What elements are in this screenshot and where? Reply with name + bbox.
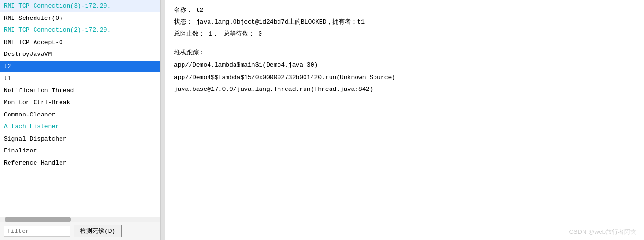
h-scroll-thumb [5,217,71,222]
stack-trace-container: app//Demo4.lambda$main$1(Demo4.java:30)a… [174,61,635,94]
horizontal-scrollbar[interactable] [0,217,160,222]
block-label: 总阻止数： [174,30,205,37]
thread-list-item[interactable]: RMI Scheduler(0) [0,12,160,25]
thread-list[interactable]: RMI TCP Connection(3)-172.29.RMI Schedul… [0,0,160,217]
stack-trace-line: java.base@17.0.9/java.lang.Thread.run(Th… [174,85,635,94]
filter-input[interactable] [4,226,70,237]
section-gap [174,41,635,48]
thread-list-item[interactable]: Finalizer [0,145,160,157]
left-bottom-bar: 检测死锁(D) [0,222,160,240]
thread-block-line: 总阻止数： 1， 总等待数： 0 [174,29,635,39]
wait-value: 0 [258,30,262,37]
thread-list-item[interactable]: Notification Thread [0,85,160,97]
status-value: java.lang.Object@1d24bd7d上的BLOCKED，拥有者：t… [196,18,365,26]
stack-trace-line: app//Demo4.lambda$main$1(Demo4.java:30) [174,61,635,70]
status-label: 状态： [174,18,192,26]
stack-trace-line: app//Demo4$$Lambda$15/0x000002732b001420… [174,73,635,82]
name-value: t2 [196,7,204,14]
thread-list-item[interactable]: Common-Cleaner [0,109,160,121]
thread-list-item[interactable]: Reference Handler [0,157,160,169]
detect-deadlock-button[interactable]: 检测死锁(D) [74,225,122,237]
name-label: 名称： [174,7,192,14]
thread-list-item[interactable]: Signal Dispatcher [0,133,160,145]
thread-list-item[interactable]: Monitor Ctrl-Break [0,97,160,109]
thread-list-item[interactable]: RMI TCP Accept-0 [0,36,160,49]
thread-list-panel: RMI TCP Connection(3)-172.29.RMI Schedul… [0,0,161,240]
thread-list-item[interactable]: Attach Listener [0,121,160,133]
thread-list-item[interactable]: t2 [0,61,160,73]
thread-list-item[interactable]: DestroyJavaVM [0,48,160,61]
block-value: 1， [209,30,218,37]
panel-divider[interactable] [161,0,165,240]
thread-name-line: 名称： t2 [174,6,635,16]
stack-trace-title: 堆栈跟踪： [174,48,635,57]
wait-label: 总等待数： [224,30,254,37]
thread-detail-panel: 名称： t2 状态： java.lang.Object@1d24bd7d上的BL… [165,0,644,240]
thread-list-item[interactable]: t1 [0,72,160,85]
watermark: CSDN @web旅行者阿玄 [569,228,637,236]
thread-status-line: 状态： java.lang.Object@1d24bd7d上的BLOCKED，拥… [174,18,635,27]
thread-list-item[interactable]: RMI TCP Connection(3)-172.29. [0,0,160,12]
thread-list-item[interactable]: RMI TCP Connection(2)-172.29. [0,24,160,36]
